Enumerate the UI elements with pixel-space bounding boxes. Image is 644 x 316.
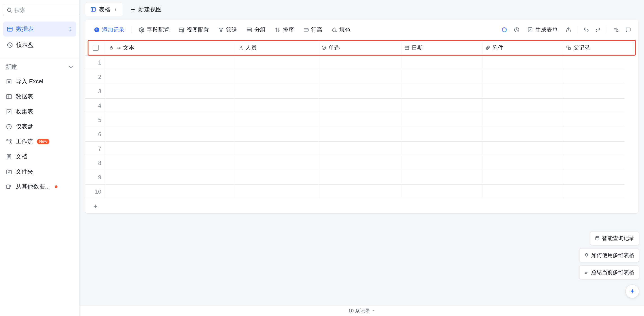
find-button[interactable] [611, 25, 621, 35]
data-cell[interactable] [318, 156, 401, 170]
chip-smart-query[interactable]: 智能查询记录 [590, 231, 639, 245]
data-cell[interactable] [106, 127, 235, 142]
data-cell[interactable] [401, 70, 482, 84]
data-cell[interactable] [318, 170, 401, 185]
data-cell[interactable] [318, 113, 401, 127]
data-cell[interactable] [401, 170, 482, 185]
data-cell[interactable] [235, 185, 318, 199]
history-button[interactable] [512, 25, 522, 35]
header-checkbox-cell[interactable] [85, 40, 106, 56]
new-import-excel[interactable]: 导入 Excel [3, 74, 76, 89]
data-cell[interactable] [235, 142, 318, 156]
data-cell[interactable] [318, 84, 401, 99]
data-cell[interactable] [482, 113, 563, 127]
ai-fab-button[interactable] [626, 285, 639, 298]
comment-button[interactable] [623, 25, 633, 35]
share-button[interactable] [563, 25, 574, 35]
column-header[interactable]: 附件 [482, 40, 563, 56]
data-cell[interactable] [106, 84, 235, 99]
filter-button[interactable]: 筛选 [214, 24, 241, 36]
chip-summarize[interactable]: 总结当前多维表格 [579, 265, 639, 279]
sidebar-item-more[interactable] [68, 27, 72, 32]
data-cell[interactable] [401, 84, 482, 99]
fill-button[interactable]: 填色 [328, 24, 354, 36]
row-number-cell[interactable]: 9 [85, 170, 106, 185]
data-cell[interactable] [563, 127, 624, 142]
data-cell[interactable] [563, 113, 624, 127]
column-header[interactable]: 人员 [235, 40, 318, 56]
data-cell[interactable] [482, 127, 563, 142]
data-cell[interactable] [401, 99, 482, 113]
chip-how-to-use[interactable]: 如何使用多维表格 [579, 248, 639, 262]
data-cell[interactable] [318, 185, 401, 199]
data-cell[interactable] [318, 56, 401, 70]
row-height-button[interactable]: 行高 [299, 24, 326, 36]
data-cell[interactable] [482, 142, 563, 156]
data-cell[interactable] [482, 99, 563, 113]
row-number-cell[interactable]: 3 [85, 84, 106, 99]
data-cell[interactable] [106, 113, 235, 127]
new-from-other-data[interactable]: 从其他数据... [3, 179, 76, 194]
group-button[interactable]: 分组 [243, 24, 269, 36]
data-cell[interactable] [235, 113, 318, 127]
tab-new-view[interactable]: 新建视图 [125, 3, 166, 16]
row-number-cell[interactable]: 7 [85, 142, 106, 156]
generate-form-button[interactable]: 生成表单 [524, 24, 561, 36]
data-cell[interactable] [563, 84, 624, 99]
data-cell[interactable] [401, 127, 482, 142]
data-cell[interactable] [482, 185, 563, 199]
data-cell[interactable] [318, 142, 401, 156]
undo-button[interactable] [581, 25, 591, 35]
sidebar-new-header[interactable]: 新建 [3, 58, 76, 74]
row-number-cell[interactable]: 5 [85, 113, 106, 127]
row-number-cell[interactable]: 6 [85, 127, 106, 142]
data-cell[interactable] [401, 56, 482, 70]
data-cell[interactable] [235, 70, 318, 84]
data-cell[interactable] [401, 113, 482, 127]
add-row-button[interactable]: ＋ [85, 199, 638, 213]
row-number-cell[interactable]: 1 [85, 56, 106, 70]
column-header[interactable]: A≡文本 [106, 40, 235, 56]
data-cell[interactable] [563, 185, 624, 199]
data-cell[interactable] [318, 127, 401, 142]
column-header[interactable]: 日期 [401, 40, 482, 56]
new-dashboard[interactable]: 仪表盘 [3, 119, 76, 134]
ai-button[interactable] [499, 24, 510, 35]
data-cell[interactable] [106, 156, 235, 170]
data-cell[interactable] [401, 142, 482, 156]
data-cell[interactable] [106, 185, 235, 199]
new-collect-form[interactable]: 收集表 [3, 104, 76, 119]
data-cell[interactable] [235, 156, 318, 170]
data-cell[interactable] [482, 56, 563, 70]
sidebar-item-dashboard[interactable]: 仪表盘 [3, 37, 76, 52]
sort-button[interactable]: 排序 [271, 24, 298, 36]
data-cell[interactable] [482, 84, 563, 99]
row-number-cell[interactable]: 2 [85, 70, 106, 84]
data-cell[interactable] [106, 56, 235, 70]
tab-grid-view[interactable]: 表格 [85, 3, 122, 16]
data-cell[interactable] [106, 142, 235, 156]
search-input[interactable] [14, 7, 82, 13]
column-header[interactable]: 单选 [318, 40, 401, 56]
data-cell[interactable] [235, 99, 318, 113]
data-cell[interactable] [563, 56, 624, 70]
data-cell[interactable] [235, 84, 318, 99]
data-cell[interactable] [482, 170, 563, 185]
data-cell[interactable] [106, 170, 235, 185]
data-cell[interactable] [482, 156, 563, 170]
data-cell[interactable] [563, 170, 624, 185]
new-datatable[interactable]: 数据表 [3, 89, 76, 104]
add-record-button[interactable]: 添加记录 [90, 24, 128, 36]
new-folder[interactable]: 文件夹 [3, 164, 76, 179]
row-number-cell[interactable]: 8 [85, 156, 106, 170]
new-doc[interactable]: 文档 [3, 149, 76, 164]
data-cell[interactable] [401, 185, 482, 199]
data-cell[interactable] [106, 99, 235, 113]
column-header[interactable]: 父记录 [563, 40, 624, 56]
data-cell[interactable] [563, 142, 624, 156]
data-cell[interactable] [318, 99, 401, 113]
data-cell[interactable] [482, 70, 563, 84]
row-number-cell[interactable]: 10 [85, 185, 106, 199]
data-cell[interactable] [235, 56, 318, 70]
record-count[interactable]: 10 条记录 [348, 308, 376, 314]
